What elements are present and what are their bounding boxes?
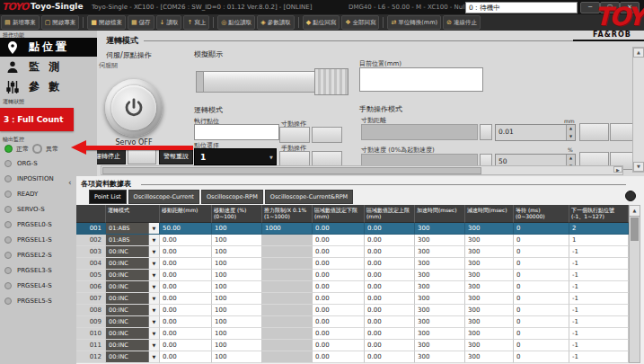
- chevron-down-icon[interactable]: ▼: [148, 293, 159, 304]
- cell-dist[interactable]: 0.00: [160, 270, 212, 281]
- table-row[interactable]: 00201:ABS▼0.001000.000.0030030001: [76, 235, 629, 246]
- scroll-right-icon[interactable]: ▶: [613, 166, 622, 173]
- cell-acc[interactable]: 300: [415, 223, 465, 235]
- restore-button[interactable]: ▢: [600, 2, 620, 13]
- cell-acc[interactable]: 300: [415, 246, 465, 258]
- table-row[interactable]: 00700:INC▼0.001000.000.003003000-1: [76, 293, 629, 305]
- cell-high[interactable]: 0.00: [365, 293, 415, 305]
- toolbar-button-disconnect[interactable]: ⊘連線停止: [443, 15, 481, 30]
- cell-next[interactable]: -1: [569, 258, 629, 270]
- table-row[interactable]: 00500:INC▼0.001000.000.003003000-1: [76, 270, 629, 281]
- chevron-down-icon[interactable]: ▼: [148, 258, 159, 269]
- jog-dist-stepper[interactable]: 0.01 ▲▼: [495, 124, 576, 141]
- cell-high[interactable]: 0.00: [365, 235, 415, 246]
- cell-dist[interactable]: 50.00: [160, 223, 212, 235]
- cell-thrust[interactable]: [262, 305, 313, 316]
- cell-next[interactable]: 2: [569, 223, 629, 235]
- cell-high[interactable]: 0.00: [365, 316, 415, 328]
- cell-dist[interactable]: 0.00: [160, 305, 212, 316]
- table-row[interactable]: 01000:INC▼0.001000.000.003003000-1: [76, 328, 629, 340]
- table-options-icon[interactable]: [625, 191, 636, 201]
- minimize-button[interactable]: ─: [580, 2, 600, 13]
- alarm-reset-button[interactable]: 警報重設: [159, 149, 193, 164]
- chevron-down-icon[interactable]: ▼: [148, 351, 159, 362]
- toolbar-button-unit-convert[interactable]: ⇄單位轉換(mm): [387, 15, 441, 30]
- cell-speed[interactable]: 100: [212, 281, 262, 293]
- cell-acc[interactable]: 300: [415, 351, 465, 363]
- cell-acc[interactable]: 300: [415, 328, 465, 340]
- cell-dec[interactable]: 300: [465, 316, 514, 328]
- cell-dist[interactable]: 0.00: [160, 258, 212, 270]
- cell-dist[interactable]: 0.00: [160, 246, 212, 258]
- collapse-arrow-icon[interactable]: ‹: [68, 178, 72, 187]
- cell-low[interactable]: 0.00: [313, 281, 365, 293]
- sidebar-item-monitor[interactable]: 監 測: [0, 58, 97, 76]
- chevron-down-icon[interactable]: ▼: [148, 235, 159, 245]
- cell-wait[interactable]: 0: [514, 340, 569, 351]
- cell-speed[interactable]: 100: [212, 351, 262, 363]
- cell-speed[interactable]: 100: [212, 235, 262, 246]
- cell-speed[interactable]: 100: [212, 258, 262, 270]
- cell-wait[interactable]: 0: [514, 223, 569, 235]
- toolbar-button-point-write[interactable]: ◆點位回寫: [303, 15, 340, 30]
- cell-low[interactable]: 0.00: [313, 223, 365, 235]
- mode-select[interactable]: 00:INC: [106, 305, 148, 315]
- current-pos-input[interactable]: [359, 67, 483, 92]
- toolbar-button-save[interactable]: ▦儲存: [128, 15, 154, 30]
- mode-select[interactable]: 00:INC: [106, 270, 148, 280]
- cell-thrust[interactable]: [262, 246, 313, 258]
- blank-button[interactable]: [128, 149, 156, 164]
- exec-point-input[interactable]: [194, 124, 279, 140]
- tab-oscilloscope-rpm[interactable]: Oscilloscope-RPM: [201, 190, 263, 204]
- cell-low[interactable]: 0.00: [313, 293, 365, 305]
- cell-wait[interactable]: 0: [514, 281, 569, 293]
- cell-high[interactable]: 0.00: [365, 340, 415, 351]
- cell-high[interactable]: 0.00: [365, 328, 415, 340]
- cell-wait[interactable]: 0: [514, 316, 569, 328]
- cell-low[interactable]: 0.00: [313, 246, 365, 258]
- toolbar-button-read[interactable]: ↓讀取: [156, 15, 182, 30]
- cell-thrust[interactable]: [262, 293, 313, 305]
- cell-high[interactable]: 0.00: [365, 281, 415, 293]
- panel-horizontal-scrollbar[interactable]: ▶: [101, 165, 623, 175]
- cell-dist[interactable]: 0.00: [160, 340, 212, 351]
- cell-speed[interactable]: 100: [212, 305, 262, 316]
- table-row[interactable]: 00400:INC▼0.001000.000.003003000-1: [76, 258, 629, 270]
- cell-low[interactable]: 0.00: [313, 328, 365, 340]
- cell-speed[interactable]: 100: [212, 293, 262, 305]
- tab-oscilloscope-current-rpm[interactable]: Oscilloscope-Current&RPM: [265, 190, 353, 204]
- chevron-down-icon[interactable]: ▼: [148, 281, 159, 292]
- cell-dec[interactable]: 300: [465, 270, 514, 281]
- cell-acc[interactable]: 300: [415, 258, 465, 270]
- table-row[interactable]: 00600:INC▼0.001000.000.003003000-1: [76, 281, 629, 293]
- chevron-down-icon[interactable]: ▼: [148, 340, 159, 351]
- cell-wait[interactable]: 0: [514, 305, 569, 316]
- cell-low[interactable]: 0.00: [313, 351, 365, 363]
- cell-dec[interactable]: 300: [465, 223, 514, 235]
- table-row[interactable]: 00300:INC▼0.001000.000.003003000-1: [76, 246, 629, 258]
- cell-dec[interactable]: 300: [465, 235, 514, 246]
- cell-dec[interactable]: 300: [465, 328, 514, 340]
- chevron-down-icon[interactable]: ▼: [148, 328, 159, 339]
- cell-wait[interactable]: 0: [514, 351, 569, 363]
- mode-select[interactable]: 01:ABS: [106, 223, 148, 234]
- table-vertical-scrollbar[interactable]: ▲: [629, 205, 640, 363]
- cell-high[interactable]: 0.00: [365, 258, 415, 270]
- toolbar-button-new-project[interactable]: ▤新增專案: [1, 15, 40, 30]
- cell-wait[interactable]: 0: [514, 293, 569, 305]
- close-button[interactable]: ✕: [620, 2, 640, 13]
- mode-select[interactable]: 00:INC: [106, 258, 148, 269]
- cell-next[interactable]: 1: [569, 235, 629, 246]
- cell-dec[interactable]: 300: [465, 305, 514, 316]
- jog-plus-button[interactable]: [312, 127, 342, 143]
- cell-wait[interactable]: 0: [514, 246, 569, 258]
- toolbar-button-param-read[interactable]: ◈參數讀取: [257, 15, 294, 30]
- cell-speed[interactable]: 100: [212, 328, 262, 340]
- cell-acc[interactable]: 300: [415, 305, 465, 316]
- cell-thrust[interactable]: [262, 281, 313, 293]
- sidebar-item-params[interactable]: 參 數: [0, 77, 97, 96]
- cell-wait[interactable]: 0: [514, 328, 569, 340]
- cell-speed[interactable]: 100: [212, 270, 262, 281]
- cell-thrust[interactable]: [262, 235, 313, 246]
- mode-select[interactable]: 00:INC: [106, 351, 148, 362]
